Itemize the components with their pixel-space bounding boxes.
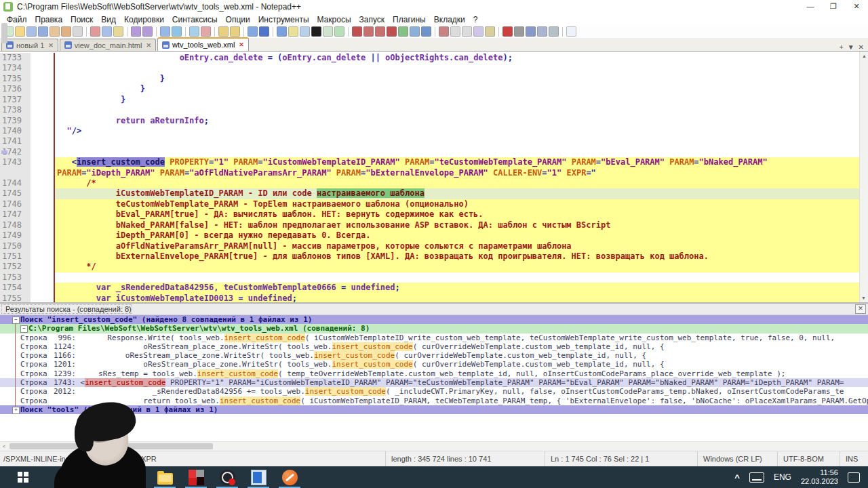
taskbar-app-orange-ball-app[interactable]	[274, 466, 305, 488]
search-header-row[interactable]: Поиск "insert_custom_code" (найдено 8 со…	[0, 315, 868, 324]
preview-icon[interactable]	[473, 26, 484, 37]
doc2-icon[interactable]	[462, 26, 472, 37]
validate-icon[interactable]	[334, 26, 344, 37]
start-button[interactable]	[8, 466, 38, 488]
new-tab-button[interactable]: +	[840, 43, 844, 51]
tray-clock[interactable]: 11:56 22.03.2023	[801, 468, 838, 486]
editor-area[interactable]: 1733 oEntry.can_delete = (oEntry.can_del…	[0, 52, 868, 302]
paste-icon[interactable]	[113, 26, 123, 37]
result-row[interactable]: Строка1166: oResStream_place_zone.WriteS…	[0, 351, 868, 360]
menu-item-Синтаксисы[interactable]: Синтаксисы	[168, 14, 222, 25]
collapse-search-icon[interactable]: −	[12, 317, 20, 324]
menu-item-Макросы[interactable]: Макросы	[313, 14, 355, 25]
tab-close-button[interactable]: ✕	[859, 43, 864, 51]
undo-icon[interactable]	[131, 26, 141, 37]
panel-scroll-left-arrow-icon[interactable]: <	[0, 442, 8, 451]
editor-line[interactable]: 1745 iCustomWebTemplateID_PARAM - ID или…	[0, 188, 859, 199]
nav-next-icon[interactable]	[375, 26, 385, 37]
tab-close-icon[interactable]: ✕	[239, 41, 244, 48]
sync-horizontal-icon[interactable]	[230, 26, 240, 37]
menu-item-Вид[interactable]: Вид	[97, 14, 120, 25]
result-row[interactable]: Строка1239: sRes_temp = tools_web.insert…	[0, 369, 868, 378]
expand-search-icon[interactable]: +	[12, 407, 20, 414]
taskbar-app-red-grid-app[interactable]	[180, 466, 212, 488]
menu-item-Правка[interactable]: Правка	[31, 14, 67, 25]
menu-item-Вкладки[interactable]: Вкладки	[430, 14, 469, 25]
macro-save-icon[interactable]	[398, 26, 408, 37]
zoom-out-icon[interactable]	[201, 26, 211, 37]
eye-icon[interactable]	[485, 26, 495, 37]
redo-icon[interactable]	[142, 26, 153, 37]
editor-vertical-scrollbar[interactable]: ▲	[859, 52, 868, 302]
menu-item-Опции[interactable]: Опции	[222, 14, 254, 25]
panel-horizontal-scrollbar[interactable]: <	[0, 441, 868, 451]
cut-icon[interactable]	[90, 26, 100, 37]
console-icon[interactable]	[311, 26, 321, 37]
save-icon[interactable]	[26, 26, 37, 37]
close-all-icon[interactable]	[61, 26, 71, 37]
copy-icon[interactable]	[102, 26, 112, 37]
print-icon[interactable]	[73, 26, 83, 37]
tab-close-icon[interactable]: ✕	[48, 42, 54, 49]
view-source-icon[interactable]	[323, 26, 333, 37]
editor-line[interactable]: 1741	[0, 136, 859, 146]
editor-line[interactable]: 1753	[0, 272, 859, 283]
taskbar-app-file-explorer[interactable]	[149, 466, 180, 488]
tab-view_doc_main.html[interactable]: view_doc_main.html✕	[60, 39, 156, 51]
sync-vertical-icon[interactable]	[218, 26, 229, 37]
word-wrap-icon[interactable]	[248, 26, 258, 37]
scroll-up-arrow-icon[interactable]: ▲	[860, 52, 868, 60]
result-row[interactable]: Строка2012: _sRenderedData842956 += tool…	[0, 387, 868, 396]
menu-item-Кодировки[interactable]: Кодировки	[120, 14, 168, 25]
taskbar-app-chrome[interactable]	[118, 466, 149, 488]
restore-button[interactable]: ❐	[822, 0, 845, 14]
tab-close-icon[interactable]: ✕	[146, 42, 151, 49]
editor-line[interactable]: 1747 bEval_PARAM[true] - ДА: вычислять ш…	[0, 209, 859, 220]
status-insert-mode[interactable]: INS	[840, 451, 868, 466]
editor-scrollbar-thumb[interactable]	[1, 23, 7, 43]
show-symbols-icon[interactable]	[259, 26, 269, 37]
close-icon[interactable]	[50, 26, 60, 37]
menu-item-?[interactable]: ?	[469, 14, 482, 25]
record-icon[interactable]	[502, 26, 513, 37]
editor-line[interactable]: 1738	[0, 105, 859, 115]
tab-list-button[interactable]: ▼	[848, 43, 854, 51]
editor-line[interactable]: 1752 */	[0, 262, 859, 272]
editor-line[interactable]: 1737 }	[0, 95, 859, 105]
collapse-file-icon[interactable]: −	[20, 325, 28, 333]
editor-line[interactable]: 1751 bExternalEnvelope_PARAM[true] - для…	[0, 251, 859, 262]
editor-line[interactable]: 1735 }	[0, 74, 859, 84]
close-button[interactable]: ✕	[845, 0, 868, 14]
status-eol-format[interactable]: Windows (CR LF)	[697, 451, 777, 466]
menu-item-Запуск[interactable]: Запуск	[355, 14, 389, 25]
editor-line[interactable]: 1755 var iCustomWebTemplateID0013 = unde…	[0, 293, 859, 302]
panel-scrollbar-thumb[interactable]	[9, 443, 213, 449]
result-row[interactable]: Строка1201: oResStream_place_zone.WriteS…	[0, 360, 868, 369]
step-over-icon[interactable]	[526, 26, 536, 37]
editor-line[interactable]: 1750 aOfFldNativeParamsArr_PARAM[null] -…	[0, 241, 859, 251]
collapsed-search-header-row[interactable]: Поиск "tools" (8 совпадений в 1 файлах и…	[0, 405, 868, 414]
menu-item-Поиск[interactable]: Поиск	[66, 14, 97, 25]
keyboard-layout-icon[interactable]	[749, 472, 764, 483]
doc1-icon[interactable]	[450, 26, 460, 37]
editor-line[interactable]: 1748 bNaked_PARAM[false] - НЕТ: шаблон п…	[0, 220, 859, 230]
result-row[interactable]: Строка1743: <insert_custom_code PROPERTY…	[0, 378, 868, 387]
indent-guide-icon[interactable]	[277, 26, 287, 37]
file-header-row[interactable]: C:\Program Files\WebSoft\WebSoftServer\w…	[0, 324, 868, 333]
panel-close-icon[interactable]: ✕	[855, 304, 866, 314]
save-all-icon[interactable]	[38, 26, 48, 37]
editor-line[interactable]: 1742	[0, 147, 859, 157]
tiles-icon[interactable]	[549, 26, 559, 37]
result-row[interactable]: Строка996: Response.Write( tools_web.ins…	[0, 333, 868, 342]
tray-language[interactable]: ENG	[774, 472, 791, 482]
nav-prev-icon[interactable]	[363, 26, 374, 37]
editor-line[interactable]: 1734	[0, 63, 859, 73]
doc-map-icon[interactable]	[300, 26, 310, 37]
notification-center-icon[interactable]	[848, 472, 860, 483]
replace-icon[interactable]	[172, 26, 182, 37]
macro-play-icon[interactable]	[410, 26, 420, 37]
result-row[interactable]: Строка return tools_web.insert_custom_co…	[0, 396, 868, 405]
nav-first-icon[interactable]	[352, 26, 362, 37]
editor-line[interactable]: 1746 teCustomWebTemplate_PARAM - TopElem…	[0, 199, 859, 209]
status-encoding[interactable]: UTF-8-BOM	[777, 451, 840, 466]
